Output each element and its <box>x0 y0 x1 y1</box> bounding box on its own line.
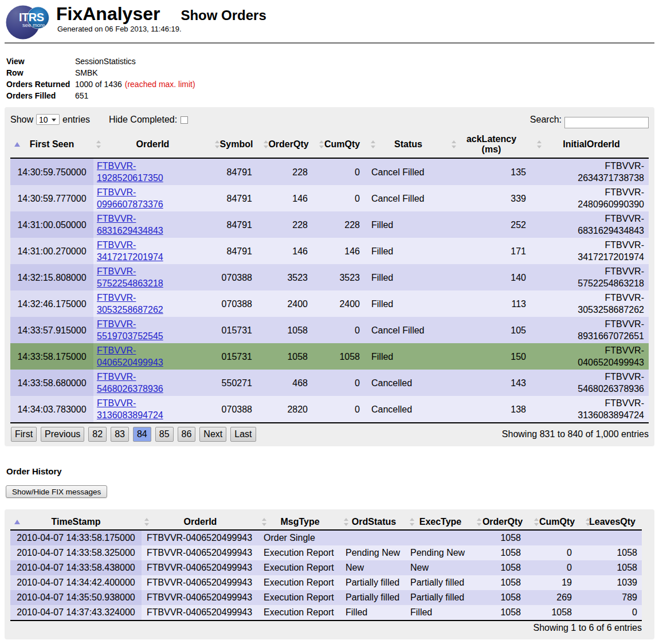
cell-cum-qty <box>531 530 583 545</box>
cell-first-seen: 14:31:00.050000 <box>10 211 93 238</box>
cell-symbol: 84791 <box>212 238 261 264</box>
column-label: CumQty <box>324 139 360 150</box>
page-length-select[interactable]: 10 <box>36 114 60 125</box>
page-button-next[interactable]: Next <box>199 427 226 442</box>
column-header-cum-qty[interactable]: CumQty <box>316 131 368 158</box>
cell-first-seen: 14:33:57.915000 <box>10 317 93 343</box>
cell-cum-qty: 0 <box>316 396 368 423</box>
cell-symbol: 84791 <box>212 158 261 185</box>
history-tbody: 2010-04-07 14:33:58.175000FTBVVR-0406520… <box>10 530 642 621</box>
cell-msg-type: Order Single <box>259 530 341 545</box>
initial-order-id-value: FTBVVR-5752254863218 <box>574 265 644 289</box>
cell-cum-qty: 0 <box>316 185 368 211</box>
column-header-symbol[interactable]: Symbol <box>212 131 261 158</box>
itrs-logo: ITRS see more <box>5 2 55 44</box>
page-length-value: 10 <box>39 115 48 124</box>
cell-initial-order-id: FTBVVR-0406520499943 <box>534 343 649 370</box>
column-header-order-id[interactable]: OrderId <box>142 515 259 530</box>
cell-first-seen: 14:34:03.783000 <box>10 396 93 423</box>
column-header-order-qty[interactable]: OrderQty <box>261 131 316 158</box>
order-id-link[interactable]: FTBVVR-6831629434843 <box>97 213 171 237</box>
cell-order-id: FTBVVR-0406520499943 <box>142 575 259 590</box>
cell-leaves-qty <box>583 530 642 545</box>
cell-msg-type: Execution Report <box>259 545 341 560</box>
cell-symbol: 070388 <box>212 264 261 290</box>
cell-ord-status: New <box>341 560 407 575</box>
column-header-ack-latency[interactable]: ackLatency (ms) <box>449 131 534 158</box>
table-row: 14:33:57.915000FTBVVR-551970375254501573… <box>10 317 649 343</box>
column-header-status[interactable]: Status <box>368 131 449 158</box>
column-header-order-id[interactable]: OrderId <box>93 131 212 158</box>
cell-cum-qty: 269 <box>531 590 583 605</box>
cell-order-id: FTBVVR-1928520617350 <box>93 158 212 185</box>
table-row: 2010-04-07 14:33:58.325000FTBVVR-0406520… <box>10 545 642 560</box>
cell-ack-latency: 135 <box>449 158 534 185</box>
search-label: Search: <box>530 115 562 124</box>
column-header-order-qty[interactable]: OrderQty <box>474 515 531 530</box>
cell-symbol: 015731 <box>212 317 261 343</box>
column-header-initial-order-id[interactable]: InitialOrderId <box>534 131 649 158</box>
cell-cum-qty: 19 <box>531 575 583 590</box>
page-button-82[interactable]: 82 <box>88 427 107 442</box>
order-id-link[interactable]: FTBVVR-5468026378936 <box>97 371 171 395</box>
page-button-previous[interactable]: Previous <box>41 427 84 442</box>
page-button-last[interactable]: Last <box>230 427 256 442</box>
order-id-link[interactable]: FTBVVR-3136083894724 <box>97 397 171 421</box>
cell-ack-latency: 113 <box>449 290 534 317</box>
order-id-link[interactable]: FTBVVR-5752254863218 <box>97 265 171 289</box>
column-label: OrderQty <box>483 517 523 527</box>
sort-both-icon <box>586 518 591 526</box>
show-hide-fix-messages-button[interactable]: Show/Hide FIX messages <box>6 485 107 498</box>
column-label: OrderQty <box>268 139 308 150</box>
page-button-85[interactable]: 85 <box>155 427 174 442</box>
cell-timestamp: 2010-04-07 14:37:43.324000 <box>10 605 142 621</box>
cell-order-id: FTBVVR-0406520499943 <box>142 560 259 575</box>
cell-cum-qty: 0 <box>531 560 583 575</box>
summary-label: Row <box>6 67 75 78</box>
column-header-exec-type[interactable]: ExecType <box>407 515 474 530</box>
initial-order-id-value: FTBVVR-8931667072651 <box>574 318 644 342</box>
order-id-link[interactable]: FTBVVR-3417217201974 <box>97 239 171 263</box>
cell-cum-qty: 2400 <box>316 290 368 317</box>
cell-first-seen: 14:32:15.808000 <box>10 264 93 290</box>
table-row: 14:30:59.750000FTBVVR-192852061735084791… <box>10 158 649 185</box>
cell-ack-latency: 143 <box>449 370 534 396</box>
page-button-86[interactable]: 86 <box>178 427 196 442</box>
cell-initial-order-id: FTBVVR-8931667072651 <box>534 317 649 343</box>
column-header-timestamp[interactable]: TimeStamp <box>10 515 142 530</box>
page-button-83[interactable]: 83 <box>111 427 129 442</box>
order-id-link[interactable]: FTBVVR-0996607873376 <box>97 186 171 210</box>
cell-symbol: 84791 <box>212 211 261 238</box>
column-header-leaves-qty[interactable]: LeavesQty <box>583 515 642 530</box>
initial-order-id-value: FTBVVR-3136083894724 <box>574 397 644 421</box>
order-id-link[interactable]: FTBVVR-3053258687262 <box>97 292 171 316</box>
summary-note: (reached max. limit) <box>125 78 195 90</box>
cell-ord-status: Pending New <box>341 545 407 560</box>
summary-row: Orders Filled651 <box>6 90 654 101</box>
page-button-84[interactable]: 84 <box>133 427 151 442</box>
cell-order-id: FTBVVR-5519703752545 <box>93 317 212 343</box>
search-control: Search: <box>530 114 649 128</box>
order-id-link[interactable]: FTBVVR-0406520499943 <box>97 344 171 368</box>
column-header-first-seen[interactable]: First Seen <box>10 131 93 158</box>
sort-ascending-icon <box>14 142 20 147</box>
orders-table-info: Showing 831 to 840 of 1,000 entries <box>502 427 649 442</box>
sort-both-icon <box>96 140 101 148</box>
search-input[interactable] <box>564 117 649 128</box>
header-divider <box>5 42 654 44</box>
cell-ack-latency: 138 <box>449 396 534 423</box>
table-row: 2010-04-07 14:37:43.324000FTBVVR-0406520… <box>10 605 642 621</box>
cell-exec-type: Partially filled <box>407 590 474 605</box>
hide-completed-checkbox[interactable] <box>181 116 188 124</box>
orders-controls: Show10entries Hide Completed: Search: <box>10 114 649 125</box>
page-button-first[interactable]: First <box>11 427 37 442</box>
summary-value: 1000 of 1436 <box>75 78 122 90</box>
order-id-link[interactable]: FTBVVR-5519703752545 <box>97 318 171 342</box>
order-id-link[interactable]: FTBVVR-1928520617350 <box>97 160 171 184</box>
masthead: ITRS see more FixAnalyserShow Orders Gen… <box>5 5 654 42</box>
column-header-ord-status[interactable]: OrdStatus <box>341 515 407 530</box>
history-header-row: TimeStamp OrderId MsgType OrdStatus Exec… <box>10 515 642 530</box>
column-header-msg-type[interactable]: MsgType <box>259 515 341 530</box>
cell-msg-type: Execution Report <box>259 605 341 621</box>
column-header-cum-qty[interactable]: CumQty <box>531 515 583 530</box>
